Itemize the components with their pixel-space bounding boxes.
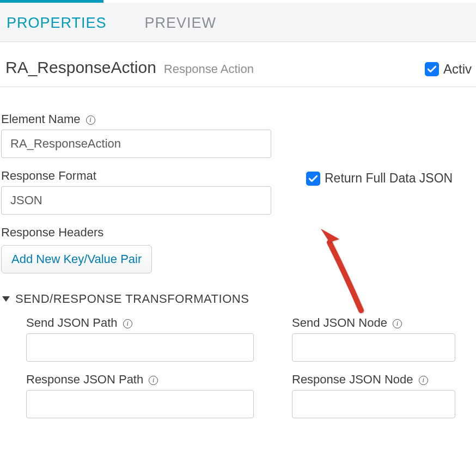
page-title: RA_ResponseAction: [5, 58, 156, 77]
response-json-node-input[interactable]: [292, 390, 455, 418]
send-json-path-label: Send JSON Path: [26, 316, 254, 330]
page-subtitle: Response Action: [164, 62, 254, 76]
send-json-path-input[interactable]: [26, 333, 254, 362]
element-name-label-text: Element Name: [1, 112, 81, 126]
response-json-path-input[interactable]: [26, 390, 254, 418]
send-json-path-label-text: Send JSON Path: [26, 316, 118, 330]
add-key-value-button[interactable]: Add New Key/Value Pair: [1, 245, 152, 273]
response-json-path-label-text: Response JSON Path: [26, 373, 143, 387]
return-full-checkbox[interactable]: [306, 172, 320, 186]
response-format-label: Response Format: [1, 169, 295, 183]
active-toggle: Activ: [425, 62, 472, 77]
send-json-node-input[interactable]: [292, 333, 455, 362]
tab-preview[interactable]: PREVIEW: [145, 15, 217, 32]
response-json-node-label: Response JSON Node: [292, 373, 455, 387]
form-area: Element Name Response Format Response He…: [0, 87, 476, 429]
element-name-label: Element Name: [1, 112, 295, 126]
response-headers-label: Response Headers: [1, 225, 295, 240]
tabs: PROPERTIES PREVIEW: [0, 3, 476, 41]
checkmark-icon: [309, 175, 318, 182]
response-format-input[interactable]: [1, 186, 271, 215]
response-headers-label-text: Response Headers: [1, 225, 103, 240]
response-json-node-label-text: Response JSON Node: [292, 373, 413, 387]
return-full-row: Return Full Data JSON: [306, 171, 476, 186]
info-icon[interactable]: [149, 376, 158, 385]
info-icon[interactable]: [123, 319, 132, 328]
send-json-node-label: Send JSON Node: [292, 316, 455, 330]
info-icon[interactable]: [86, 115, 95, 125]
tabs-container: PROPERTIES PREVIEW: [0, 0, 476, 42]
collapse-triangle-icon: [2, 296, 10, 302]
transformations-title: SEND/RESPONSE TRANSFORMATIONS: [15, 292, 249, 306]
element-name-input[interactable]: [1, 130, 271, 158]
return-full-label: Return Full Data JSON: [325, 171, 453, 186]
transformations-header[interactable]: SEND/RESPONSE TRANSFORMATIONS: [2, 292, 476, 306]
checkmark-icon: [428, 65, 436, 73]
info-icon[interactable]: [419, 376, 428, 385]
title-row: RA_ResponseAction Response Action Activ: [0, 42, 476, 87]
response-json-path-label: Response JSON Path: [26, 373, 254, 387]
active-label: Activ: [443, 62, 472, 77]
active-checkbox[interactable]: [425, 62, 439, 76]
send-json-node-label-text: Send JSON Node: [292, 316, 387, 330]
info-icon[interactable]: [393, 319, 402, 328]
response-format-label-text: Response Format: [1, 169, 96, 183]
tab-properties[interactable]: PROPERTIES: [7, 15, 107, 32]
